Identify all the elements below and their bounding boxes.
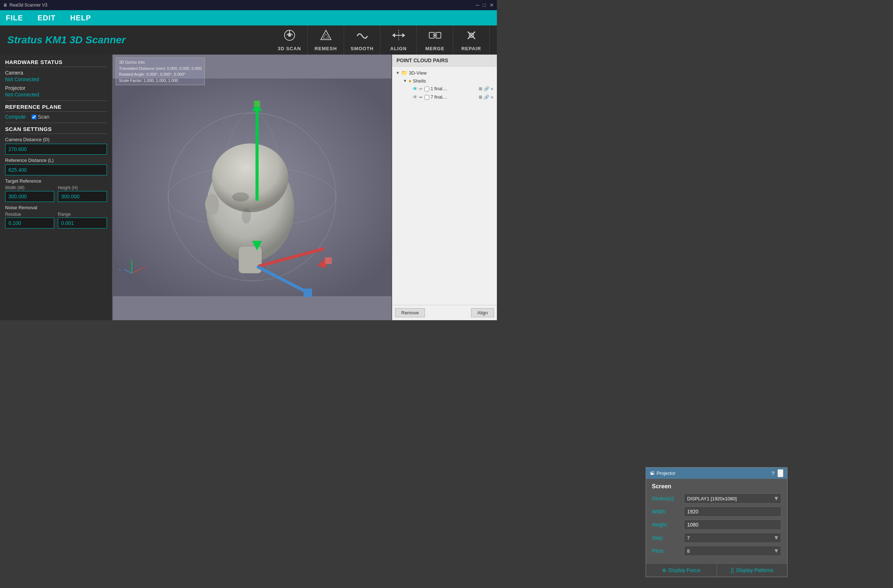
right-panel-bottom: Remove Align (392, 305, 497, 320)
range-label: Range (58, 212, 107, 217)
svg-rect-19 (239, 247, 262, 273)
item1-checkbox[interactable] (424, 87, 429, 91)
align-label: ALIGN (390, 46, 407, 51)
target-reference-label: Target Reference (5, 178, 107, 184)
repair-label: REPAIR (461, 46, 481, 51)
svg-point-23 (242, 209, 251, 224)
item2-label[interactable]: 7 final.... (424, 95, 477, 100)
compute-button[interactable]: Compute (5, 114, 26, 120)
smooth-icon (356, 29, 369, 44)
reference-distance-input[interactable] (5, 164, 107, 175)
target-reference-row: Width (W) Height (H) (5, 185, 107, 202)
tree-shells[interactable]: ▼ ● Shells (401, 77, 495, 85)
target-height-input[interactable] (58, 191, 107, 202)
tool-repair[interactable]: REPAIR (453, 26, 490, 54)
app-title: Stratus KM1 3D Scanner (7, 34, 138, 46)
toolbar: Stratus KM1 3D Scanner 3D SCAN REMESH SM… (0, 26, 497, 54)
target-width-input[interactable] (5, 191, 54, 202)
camera-distance-label: Camera Distance (D) (5, 137, 107, 142)
scan-checkbox-label[interactable]: Scan (32, 114, 50, 120)
eye-icon-2[interactable]: 👁 (412, 94, 418, 100)
camera-status: Not Connected (5, 77, 107, 82)
3dview-icon: 📁 (401, 70, 407, 76)
svg-point-22 (232, 192, 249, 202)
range-col: Range (58, 212, 107, 229)
menu-help[interactable]: HELP (70, 14, 91, 22)
svg-marker-7 (392, 33, 395, 38)
align-icon (392, 29, 405, 44)
item1-more-btn[interactable]: » (491, 86, 493, 91)
3dview-label: 3D-View (409, 70, 493, 76)
tool-remesh[interactable]: REMESH (308, 26, 344, 54)
target-width-col: Width (W) (5, 185, 54, 202)
item2-link-btn[interactable]: 🔗 (484, 95, 489, 100)
gizmo-line4: Scale Factor: 1.000, 1.000, 1.000 (119, 78, 201, 84)
menu-edit[interactable]: EDIT (38, 14, 56, 22)
noise-removal-row: Residue Range (5, 212, 107, 229)
left-panel: HARDWARE STATUS Camera Not Connected Pro… (0, 54, 113, 320)
item1-text: 1 final.... (431, 86, 447, 91)
svg-marker-6 (402, 33, 405, 38)
svg-point-20 (212, 143, 289, 212)
toolbar-tools: 3D SCAN REMESH SMOOTH ALIGN MERGE (138, 26, 490, 54)
item1-link-btn[interactable]: 🔗 (484, 86, 489, 91)
title-bar-left: 🖥 Real3d Scanner V3 (3, 3, 47, 8)
item1-expand-btn[interactable]: ⊞ (479, 86, 482, 91)
minimize-button[interactable]: ─ (476, 2, 480, 8)
3d-viewport[interactable]: 3D Gizmo Info: Translated Distance (mm):… (113, 54, 391, 320)
tree-item-1: 👁 ✏ 1 final.... ⊞ 🔗 » (401, 85, 495, 93)
camera-distance-input[interactable] (5, 144, 107, 155)
shells-label: Shells (413, 78, 493, 84)
target-width-label: Width (W) (5, 185, 54, 190)
3dscan-icon (283, 29, 296, 44)
pencil-icon-1: ✏ (419, 86, 423, 92)
tool-3dscan[interactable]: 3D SCAN (271, 26, 308, 54)
head-scene-svg: x y z (113, 54, 391, 320)
item2-more-btn[interactable]: » (491, 95, 493, 100)
projector-status: Not Connected (5, 92, 107, 98)
title-bar-controls: ─ □ ✕ (476, 2, 494, 8)
menu-bar: FILE EDIT HELP (0, 10, 497, 26)
smooth-label: SMOOTH (351, 46, 374, 51)
svg-point-21 (205, 194, 219, 215)
expand-shells-icon[interactable]: ▼ (403, 78, 407, 83)
residue-label: Residue (5, 212, 54, 217)
gizmo-line3: Rotated Angle: 0.000°, 0.000°, 0.000° (119, 71, 201, 78)
scan-checkbox[interactable] (32, 114, 36, 119)
title-bar: 🖥 Real3d Scanner V3 ─ □ ✕ (0, 0, 497, 10)
align-button[interactable]: Align (471, 308, 494, 317)
maximize-button[interactable]: □ (483, 2, 486, 8)
svg-rect-24 (256, 105, 258, 200)
item1-label[interactable]: 1 final.... (424, 86, 477, 91)
repair-icon (465, 29, 478, 44)
svg-text:z: z (119, 267, 121, 271)
remove-button[interactable]: Remove (395, 308, 425, 317)
svg-rect-9 (429, 32, 434, 38)
tree-root-3dview[interactable]: ▼ 📁 3D-View (394, 69, 495, 77)
menu-file[interactable]: FILE (6, 14, 23, 22)
svg-rect-10 (436, 32, 441, 38)
shells-icon: ● (409, 78, 411, 84)
3dscan-label: 3D SCAN (278, 46, 301, 51)
expand-3dview-icon[interactable]: ▼ (396, 71, 400, 75)
scan-settings-title: SCAN SETTINGS (5, 126, 107, 134)
item2-expand-btn[interactable]: ⊞ (479, 95, 482, 100)
tool-align[interactable]: ALIGN (380, 26, 417, 54)
app-icon: 🖥 (3, 3, 7, 8)
reference-plane-row: Compute Scan (5, 114, 107, 120)
camera-label: Camera (5, 70, 107, 76)
svg-rect-26 (254, 101, 260, 107)
reference-distance-label: Reference Distance (L) (5, 158, 107, 163)
tool-smooth[interactable]: SMOOTH (344, 26, 380, 54)
range-input[interactable] (58, 218, 107, 229)
item2-checkbox[interactable] (424, 95, 429, 100)
scan-label: Scan (38, 114, 50, 120)
gizmo-info-overlay: 3D Gizmo Info: Translated Distance (mm):… (116, 57, 205, 85)
svg-text:x: x (144, 265, 146, 269)
tool-merge[interactable]: MERGE (417, 26, 453, 54)
merge-icon (428, 29, 442, 44)
tree-shells-section: ▼ ● Shells 👁 ✏ 1 final.... ⊞ 🔗 » (394, 77, 495, 102)
close-button[interactable]: ✕ (490, 2, 494, 8)
eye-icon-1[interactable]: 👁 (412, 86, 418, 92)
residue-input[interactable] (5, 218, 54, 229)
